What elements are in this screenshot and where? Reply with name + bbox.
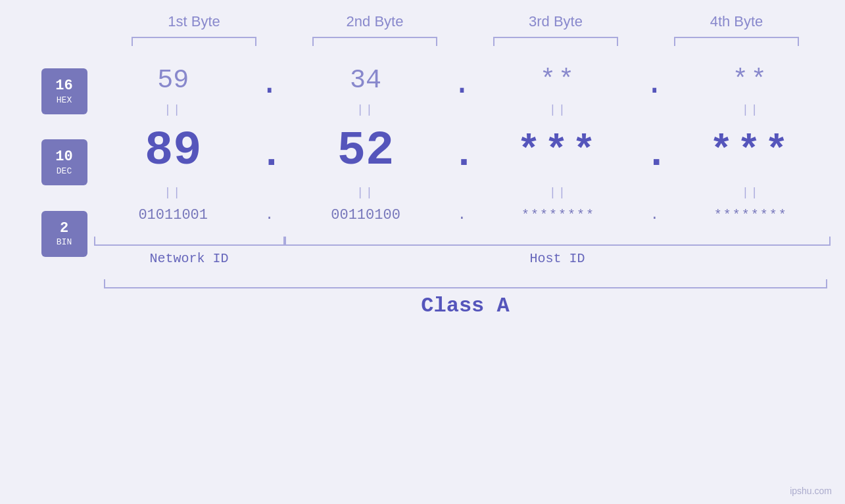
bracket-top-2 [312, 37, 437, 46]
id-labels: Network ID Host ID [94, 251, 831, 266]
equals-row-2: || || || || [94, 185, 831, 200]
dot-bin-2: . [452, 207, 471, 223]
bottom-section: Network ID Host ID [94, 237, 831, 266]
bin-byte-3: ******** [486, 208, 631, 223]
bin-byte-1: 01011001 [101, 207, 245, 223]
dec-byte-1: 89 [101, 124, 245, 178]
dec-byte-3: *** [486, 129, 631, 173]
host-bracket [285, 237, 831, 246]
bin-val-4: ******** [714, 208, 788, 223]
eq-7: || [486, 186, 631, 199]
dec-byte-2: 52 [293, 124, 438, 178]
bin-number: 2 [60, 220, 68, 237]
bracket-top-3 [493, 37, 618, 46]
host-id-label: Host ID [285, 251, 831, 266]
dot-hex-3: . [644, 68, 664, 101]
dot-dec-3: . [644, 135, 664, 174]
hex-val-3: ** [540, 66, 577, 95]
bracket-top-1 [132, 37, 256, 46]
eq-6: || [293, 186, 438, 199]
bin-byte-2: 00110100 [293, 207, 438, 223]
hex-byte-4: ** [679, 66, 823, 95]
bottom-brackets [94, 237, 831, 246]
dec-name: DEC [57, 166, 72, 177]
hex-val-2: 34 [350, 66, 381, 95]
bytes-area: 59 . 34 . ** . ** || || [94, 59, 831, 266]
hex-byte-1: 59 [101, 66, 245, 95]
dec-row: 89 . 52 . *** . *** [94, 118, 831, 185]
hex-row: 59 . 34 . ** . ** [94, 59, 831, 102]
hex-badge: 16 HEX [41, 68, 87, 114]
bin-name: BIN [57, 237, 72, 248]
top-brackets [104, 37, 827, 46]
class-bracket [104, 279, 827, 288]
eq-2: || [293, 103, 438, 116]
equals-row-1: || || || || [94, 102, 831, 118]
dec-number: 10 [55, 149, 72, 166]
eq-1: || [101, 103, 245, 116]
dec-val-4: *** [710, 129, 792, 173]
byte-label-1: 1st Byte [122, 13, 266, 30]
eq-5: || [101, 186, 245, 199]
bin-val-1: 01011001 [138, 207, 208, 223]
class-label: Class A [104, 294, 827, 318]
dot-bin-3: . [644, 207, 664, 223]
eq-3: || [486, 103, 631, 116]
dot-bin-1: . [260, 207, 279, 223]
hex-val-4: ** [733, 66, 769, 95]
byte-labels-row: 1st Byte 2nd Byte 3rd Byte 4th Byte [104, 13, 827, 30]
eq-8: || [679, 186, 823, 199]
network-id-label: Network ID [94, 251, 285, 266]
dot-hex-2: . [452, 68, 471, 101]
dec-val-2: 52 [337, 124, 394, 178]
class-bracket-area: Class A [104, 279, 827, 318]
bin-byte-4: ******** [679, 208, 823, 223]
watermark: ipshu.com [790, 486, 832, 496]
byte-label-3: 3rd Byte [483, 13, 628, 30]
dot-dec-1: . [260, 135, 279, 174]
byte-label-2: 2nd Byte [302, 13, 447, 30]
hex-byte-3: ** [486, 66, 631, 95]
eq-4: || [679, 103, 823, 116]
dec-badge: 10 DEC [41, 139, 87, 185]
hex-val-1: 59 [157, 66, 189, 95]
content-area: 16 HEX 10 DEC 2 BIN 59 . 34 [15, 59, 831, 266]
dec-val-3: *** [517, 129, 600, 173]
bin-row: 01011001 . 00110100 . ******** . *******… [94, 200, 831, 230]
bracket-top-4 [674, 37, 799, 46]
base-labels: 16 HEX 10 DEC 2 BIN [15, 59, 94, 266]
dec-val-1: 89 [145, 124, 201, 178]
bin-val-3: ******** [521, 208, 595, 223]
dot-dec-2: . [452, 135, 471, 174]
hex-number: 16 [55, 78, 72, 95]
hex-byte-2: 34 [293, 66, 438, 95]
main-container: 1st Byte 2nd Byte 3rd Byte 4th Byte 16 H… [0, 0, 845, 504]
dec-byte-4: *** [679, 129, 823, 173]
network-bracket [94, 237, 285, 246]
bin-val-2: 00110100 [331, 207, 400, 223]
hex-name: HEX [57, 95, 72, 106]
byte-label-4: 4th Byte [664, 13, 809, 30]
bin-badge: 2 BIN [41, 211, 87, 257]
dot-hex-1: . [260, 68, 279, 101]
